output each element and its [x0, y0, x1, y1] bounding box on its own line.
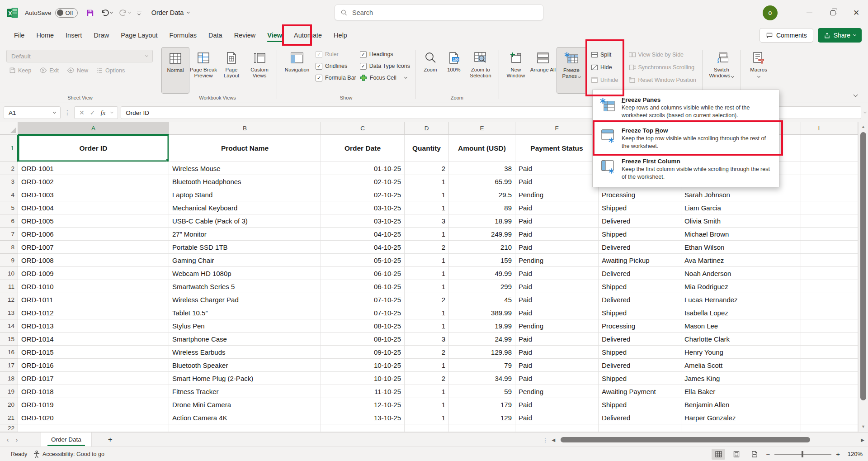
cell-C18[interactable]: 10-10-25: [321, 372, 405, 385]
insert-function-icon[interactable]: fx: [100, 109, 105, 117]
cell-C2[interactable]: 01-10-25: [321, 162, 405, 175]
save-button[interactable]: [86, 9, 94, 17]
cell-E1[interactable]: Amount (USD): [449, 135, 515, 162]
cell-G15[interactable]: Delivered: [599, 333, 681, 346]
collapse-ribbon-icon[interactable]: [854, 93, 858, 97]
cell-I9[interactable]: [801, 254, 837, 267]
checkbox-icon[interactable]: ✓: [316, 75, 322, 81]
status-page-break-button[interactable]: [748, 449, 761, 460]
cell-B17[interactable]: Bluetooth Speaker: [169, 359, 321, 372]
cell-A21[interactable]: ORD-1020: [18, 411, 169, 424]
search-input[interactable]: Search: [335, 5, 543, 20]
horizontal-scrollbar[interactable]: [559, 437, 857, 443]
cell-I1[interactable]: [801, 135, 837, 162]
cell-H20[interactable]: Benjamin Allen: [681, 398, 801, 411]
tab-automate[interactable]: Automate: [288, 28, 328, 43]
cell-H18[interactable]: James King: [681, 372, 801, 385]
sheet-tab-order-data[interactable]: Order Data: [41, 432, 92, 447]
cell-F11[interactable]: Paid: [515, 280, 599, 293]
cell-I16[interactable]: [801, 346, 837, 359]
cell-G16[interactable]: Shipped: [599, 346, 681, 359]
cell-C3[interactable]: 02-10-25: [321, 175, 405, 188]
cell-J10[interactable]: [837, 267, 858, 280]
cell-B2[interactable]: Wireless Mouse: [169, 162, 321, 175]
cell-E4[interactable]: 29.5: [449, 188, 515, 201]
share-button[interactable]: Share: [818, 28, 862, 43]
cell-J18[interactable]: [837, 372, 858, 385]
tab-page-layout[interactable]: Page Layout: [115, 28, 163, 43]
row-header-6[interactable]: 6: [0, 214, 18, 228]
status-normal-view-button[interactable]: [712, 449, 725, 460]
zoom-slider[interactable]: [774, 454, 831, 455]
cell-J12[interactable]: [837, 293, 858, 306]
cell-I12[interactable]: [801, 293, 837, 306]
cell-A14[interactable]: ORD-1013: [18, 319, 169, 333]
cell-J8[interactable]: [837, 241, 858, 254]
row-header-10[interactable]: 10: [0, 267, 18, 280]
autosave-toggle[interactable]: Off: [55, 8, 78, 18]
cell-F6[interactable]: Paid: [515, 214, 599, 228]
cell-E2[interactable]: 38: [449, 162, 515, 175]
tab-view[interactable]: View: [261, 28, 288, 43]
cell-D10[interactable]: 1: [405, 267, 449, 280]
cell-G18[interactable]: Shipped: [599, 372, 681, 385]
cell-J7[interactable]: [837, 228, 858, 241]
cell-H10[interactable]: Noah Anderson: [681, 267, 801, 280]
horizontal-scroll-thumb[interactable]: [561, 437, 810, 442]
col-header-D[interactable]: D: [405, 122, 449, 135]
cell-B4[interactable]: Laptop Stand: [169, 188, 321, 201]
zoom-to-selection-button[interactable]: Zoom to Selection: [466, 47, 495, 94]
vertical-scrollbar[interactable]: ▲ ▼: [858, 122, 868, 432]
cell-F9[interactable]: Pending: [515, 254, 599, 267]
row-header-12[interactable]: 12: [0, 293, 18, 306]
cell-partial[interactable]: [18, 424, 169, 432]
row-header-4[interactable]: 4: [0, 188, 18, 201]
cell-E11[interactable]: 299: [449, 280, 515, 293]
cell-B7[interactable]: 27” Monitor: [169, 228, 321, 241]
cell-G10[interactable]: Delivered: [599, 267, 681, 280]
cell-C11[interactable]: 06-10-25: [321, 280, 405, 293]
tab-insert[interactable]: Insert: [60, 28, 88, 43]
cell-D21[interactable]: 1: [405, 411, 449, 424]
cell-A5[interactable]: ORD-1004: [18, 201, 169, 214]
cell-B1[interactable]: Product Name: [169, 135, 321, 162]
cell-E21[interactable]: 129: [449, 411, 515, 424]
cell-I21[interactable]: [801, 411, 837, 424]
page-break-preview-button[interactable]: Page Break Preview: [189, 47, 217, 94]
cell-E20[interactable]: 179: [449, 398, 515, 411]
cell-C21[interactable]: 13-10-25: [321, 411, 405, 424]
cell-A10[interactable]: ORD-1009: [18, 267, 169, 280]
col-header-B[interactable]: B: [169, 122, 321, 135]
customize-quick-access-button[interactable]: [137, 11, 142, 15]
cell-J6[interactable]: [837, 214, 858, 228]
cell-J21[interactable]: [837, 411, 858, 424]
cell-F2[interactable]: Paid: [515, 162, 599, 175]
cell-I6[interactable]: [801, 214, 837, 228]
cell-A4[interactable]: ORD-1003: [18, 188, 169, 201]
cell-I8[interactable]: [801, 241, 837, 254]
cell-A15[interactable]: ORD-1014: [18, 333, 169, 346]
cell-J4[interactable]: [837, 188, 858, 201]
cell-G9[interactable]: Awaiting Pickup: [599, 254, 681, 267]
cell-A12[interactable]: ORD-1011: [18, 293, 169, 306]
restore-button[interactable]: [821, 0, 844, 25]
cell-partial[interactable]: [405, 424, 449, 432]
cell-A1[interactable]: Order ID: [18, 135, 169, 162]
cell-E16[interactable]: 129.98: [449, 346, 515, 359]
cell-A9[interactable]: ORD-1008: [18, 254, 169, 267]
cell-F1[interactable]: Payment Status: [515, 135, 599, 162]
cell-A19[interactable]: ORD-1018: [18, 385, 169, 398]
tab-formulas[interactable]: Formulas: [164, 28, 203, 43]
row-header-9[interactable]: 9: [0, 254, 18, 267]
scroll-right-icon[interactable]: ▶: [861, 437, 864, 442]
cell-A20[interactable]: ORD-1019: [18, 398, 169, 411]
cell-F3[interactable]: Paid: [515, 175, 599, 188]
menu-item-freeze-top-row[interactable]: Freeze Top Row Keep the top row visible …: [593, 123, 779, 154]
checkbox-icon[interactable]: ✓: [360, 51, 367, 58]
user-avatar[interactable]: o: [763, 5, 778, 20]
cell-partial[interactable]: [169, 424, 321, 432]
cell-G21[interactable]: Delivered: [599, 411, 681, 424]
cell-H7[interactable]: Michael Brown: [681, 228, 801, 241]
cell-E6[interactable]: 18.99: [449, 214, 515, 228]
navigation-button[interactable]: Navigation: [280, 47, 314, 94]
